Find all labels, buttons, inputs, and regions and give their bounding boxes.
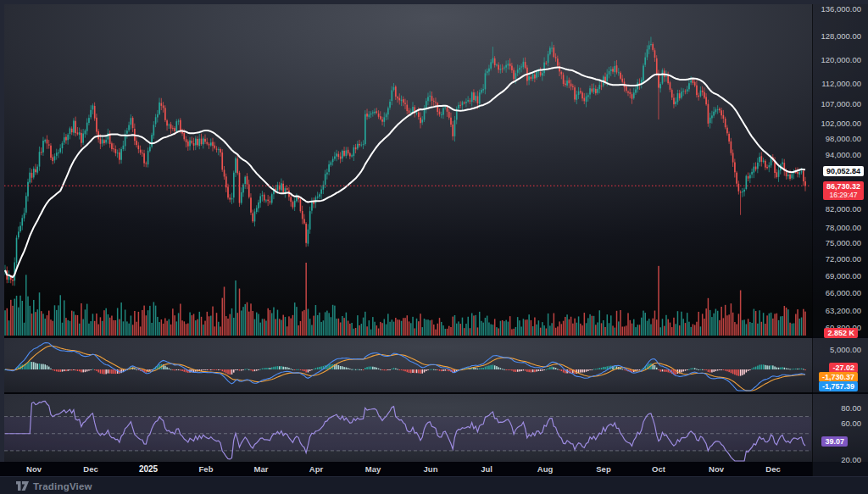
- tradingview-logo[interactable]: TradingView: [16, 481, 92, 491]
- price-tick-label: 75,000.00: [826, 238, 861, 247]
- tradingview-logo-icon: [16, 481, 29, 491]
- price-tick-label: 66,000.00: [826, 288, 861, 297]
- month-label: Oct: [652, 464, 665, 474]
- volume-value: 2.852 K: [827, 329, 854, 337]
- price-tick-label: 107,000.00: [821, 99, 861, 108]
- bar-countdown: 16:29:47: [829, 191, 857, 199]
- month-label: Jul: [481, 464, 492, 474]
- price-tick-label: 78,000.00: [826, 223, 861, 232]
- rsi-tick-label: 60.00: [841, 419, 861, 428]
- chart-canvas[interactable]: [0, 0, 812, 476]
- rsi-value-badge: 39.07: [821, 436, 848, 447]
- month-label: Jun: [424, 464, 438, 474]
- volume-value-badge: 2.852 K: [824, 328, 858, 338]
- price-tick-label: 94,000.00: [826, 150, 861, 159]
- price-tick-label: 136,000.00: [821, 4, 861, 14]
- macd-tick-label: 5,000.00: [830, 345, 861, 354]
- month-label: Nov: [709, 464, 724, 474]
- price-tick-label: 112,000.00: [821, 79, 861, 88]
- price-tick-label: 69,000.00: [826, 271, 861, 280]
- price-tick-label: 82,000.00: [826, 204, 861, 214]
- tradingview-chart-window: 136,000.00128,000.00120,000.00112,000.00…: [0, 0, 868, 494]
- price-tick-label: 63,200.00: [826, 306, 861, 315]
- month-label: Dec: [765, 464, 780, 474]
- last-price: 86,730.32: [826, 182, 860, 191]
- price-tick-label: 98,000.00: [826, 134, 861, 143]
- month-label: May: [365, 464, 381, 474]
- month-label: Feb: [199, 464, 214, 474]
- month-label: 2025: [139, 464, 158, 474]
- price-tick-label: 102,000.00: [821, 119, 861, 128]
- status-bar: TradingView: [0, 476, 868, 494]
- rsi-tick-label: 20.00: [841, 455, 861, 464]
- ma-value-badge: 90,052.84: [823, 166, 864, 176]
- rsi-value: 39.07: [825, 437, 844, 446]
- macd-histogram-value: -27.02: [832, 364, 854, 372]
- last-price-badge: 86,730.32 16:29:47: [823, 181, 864, 200]
- rsi-tick-label: 80.00: [841, 403, 861, 413]
- macd-line-value: -1,757.39: [822, 382, 854, 391]
- macd-line-badge: -1,757.39: [819, 381, 858, 391]
- month-label: Sep: [596, 464, 610, 474]
- month-label: Mar: [254, 464, 269, 474]
- tradingview-logo-text: TradingView: [33, 481, 92, 491]
- macd-signal-value: -1,730.37: [822, 373, 854, 381]
- month-label: Aug: [537, 464, 553, 474]
- month-label: Apr: [309, 464, 323, 474]
- price-axis[interactable]: 136,000.00128,000.00120,000.00112,000.00…: [812, 4, 868, 476]
- price-tick-label: 72,000.00: [826, 254, 861, 264]
- month-label: Nov: [26, 464, 42, 474]
- price-tick-label: 120,000.00: [821, 55, 861, 64]
- ma-value: 90,052.84: [826, 167, 860, 175]
- month-label: Dec: [83, 464, 97, 474]
- time-axis[interactable]: NovDec2025FebMarAprMayJunJulAugSepOctNov…: [0, 462, 812, 476]
- price-tick-label: 128,000.00: [821, 31, 861, 41]
